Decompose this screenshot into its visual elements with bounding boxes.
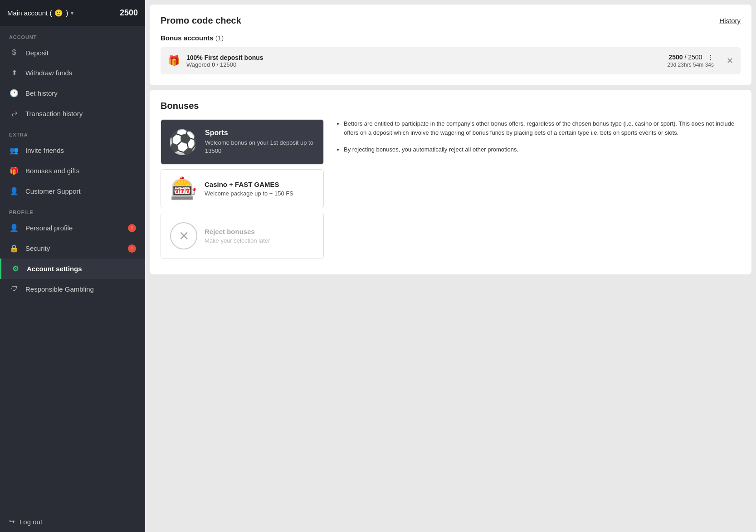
reject-card-inner: ✕ Reject bonuses Make your selection lat… [161, 213, 323, 259]
account-section-label: ACCOUNT [0, 26, 145, 43]
bonus-info-bullet1: Bettors are entitled to participate in t… [344, 119, 741, 137]
sports-card-name: Sports [205, 129, 314, 137]
bonuses-layout: ⚽ Sports Welcome bonus on your 1st depos… [161, 119, 741, 264]
sports-bonus-card[interactable]: ⚽ Sports Welcome bonus on your 1st depos… [161, 119, 324, 165]
sidebar-item-bonuses-label: Bonuses and gifts [25, 167, 79, 175]
bonus-account-right: 2500 / 2500 ⋮ 29d 23hrs 54m 34s [667, 54, 714, 68]
sidebar: Main account ( 🙂 ) ▾ 2500 ACCOUNT $ Depo… [0, 0, 145, 532]
shield-icon: 🛡 [9, 285, 19, 293]
sidebar-item-support-label: Customer Support [25, 187, 81, 195]
logout-button[interactable]: ↪ Log out [0, 511, 145, 532]
bonus-time: 29d 23hrs 54m 34s [667, 62, 714, 68]
profile-badge: ! [128, 224, 136, 232]
reject-card-name: Reject bonuses [205, 228, 270, 235]
bonus-accounts-count: (1) [215, 34, 224, 42]
bonus-info-text: Bettors are entitled to participate in t… [335, 119, 741, 162]
account-suffix: ) [66, 9, 68, 17]
extra-section-label: EXTRA [0, 124, 145, 140]
bonus-gift-icon: 🎁 [168, 55, 180, 67]
sidebar-item-transaction-history[interactable]: ⇄ Transaction history [0, 103, 145, 124]
history-link[interactable]: History [719, 17, 741, 24]
promo-header: Promo code check History [161, 15, 741, 26]
sidebar-item-account-settings[interactable]: ⚙ Account settings [0, 259, 145, 279]
sidebar-item-security-label: Security [25, 244, 50, 252]
casino-chips-icon: 🎰 [170, 178, 197, 200]
sidebar-item-settings-label: Account settings [27, 265, 82, 273]
account-icon: 🙂 [54, 9, 63, 17]
bonus-accounts-title: Bonus accounts (1) [161, 34, 741, 42]
bonus-close-button[interactable]: ✕ [727, 56, 733, 66]
logout-label: Log out [20, 518, 42, 526]
reject-card-desc: Make your selection later [205, 237, 270, 244]
person-icon: 👤 [9, 224, 19, 232]
sidebar-item-withdraw-label: Withdraw funds [25, 69, 72, 77]
reject-bonus-card[interactable]: ✕ Reject bonuses Make your selection lat… [161, 213, 324, 259]
casino-card-name: Casino + FAST GAMES [205, 181, 293, 188]
sidebar-item-deposit-label: Deposit [25, 49, 49, 57]
dollar-icon: $ [9, 49, 19, 57]
sidebar-item-security[interactable]: 🔒 Security ! [0, 238, 145, 259]
casino-bonus-card[interactable]: 🎰 Casino + FAST GAMES Welcome package up… [161, 169, 324, 208]
sidebar-item-personal-profile[interactable]: 👤 Personal profile ! [0, 218, 145, 238]
account-info: Main account ( 🙂 ) ▾ [7, 9, 73, 17]
bonuses-title: Bonuses [161, 101, 741, 111]
promo-code-card: Promo code check History Bonus accounts … [150, 5, 751, 85]
account-label: Main account ( [7, 9, 52, 17]
support-icon: 👤 [9, 187, 19, 195]
bonuses-section: Bonuses ⚽ Sports Welcome bonus on your 1… [150, 90, 751, 274]
sports-card-inner: ⚽ Sports Welcome bonus on your 1st depos… [161, 120, 323, 164]
sidebar-item-invite-friends[interactable]: 👥 Invite friends [0, 140, 145, 161]
casino-card-inner: 🎰 Casino + FAST GAMES Welcome package up… [161, 170, 323, 208]
sidebar-item-customer-support[interactable]: 👤 Customer Support [0, 181, 145, 201]
sports-text: Sports Welcome bonus on your 1st deposit… [205, 129, 314, 155]
bonus-info-bullet2: By rejecting bonuses, you automatically … [344, 145, 741, 154]
withdraw-icon: ⬆ [9, 68, 19, 77]
bonus-amount: 2500 / 2500 ⋮ [667, 54, 714, 61]
gift-icon: 🎁 [9, 166, 19, 175]
security-badge: ! [128, 244, 136, 253]
sidebar-item-bet-history-label: Bet history [25, 89, 58, 97]
sidebar-header[interactable]: Main account ( 🙂 ) ▾ 2500 [0, 0, 145, 26]
bonus-cards-list: ⚽ Sports Welcome bonus on your 1st depos… [161, 119, 324, 264]
reject-x-icon: ✕ [170, 222, 197, 249]
gear-icon: ⚙ [10, 264, 20, 273]
transfer-icon: ⇄ [9, 109, 19, 118]
profile-section-label: PROFILE [0, 201, 145, 218]
sidebar-item-gambling-label: Responsible Gambling [25, 285, 94, 293]
bonus-account-row: 🎁 100% First deposit bonus Wagered 0 / 1… [161, 47, 741, 74]
friends-icon: 👥 [9, 146, 19, 155]
sports-card-desc: Welcome bonus on your 1st deposit up to … [205, 139, 314, 155]
bonus-account-info: 100% First deposit bonus Wagered 0 / 125… [186, 54, 661, 68]
sidebar-item-transaction-history-label: Transaction history [25, 110, 83, 117]
chevron-down-icon[interactable]: ▾ [71, 10, 73, 16]
logout-icon: ↪ [9, 517, 15, 526]
casino-card-desc: Welcome package up to + 150 FS [205, 190, 293, 197]
reject-text: Reject bonuses Make your selection later [205, 228, 270, 244]
casino-text: Casino + FAST GAMES Welcome package up t… [205, 181, 293, 197]
bonus-account-name: 100% First deposit bonus [186, 54, 661, 61]
sidebar-item-deposit[interactable]: $ Deposit [0, 43, 145, 63]
sidebar-item-profile-label: Personal profile [25, 224, 73, 232]
main-content: Promo code check History Bonus accounts … [145, 0, 756, 532]
soccer-ball-icon: ⚽ [168, 130, 198, 154]
promo-title: Promo code check [161, 15, 241, 26]
clock-icon: 🕐 [9, 89, 19, 98]
sidebar-item-bonuses[interactable]: 🎁 Bonuses and gifts [0, 161, 145, 181]
bonus-wager: Wagered 0 / 12500 [186, 61, 661, 68]
sidebar-item-responsible-gambling[interactable]: 🛡 Responsible Gambling [0, 279, 145, 299]
lock-icon: 🔒 [9, 244, 19, 253]
sidebar-item-invite-label: Invite friends [25, 146, 64, 154]
sidebar-item-withdraw[interactable]: ⬆ Withdraw funds [0, 63, 145, 83]
account-balance: 2500 [120, 8, 138, 18]
sidebar-item-bet-history[interactable]: 🕐 Bet history [0, 83, 145, 103]
